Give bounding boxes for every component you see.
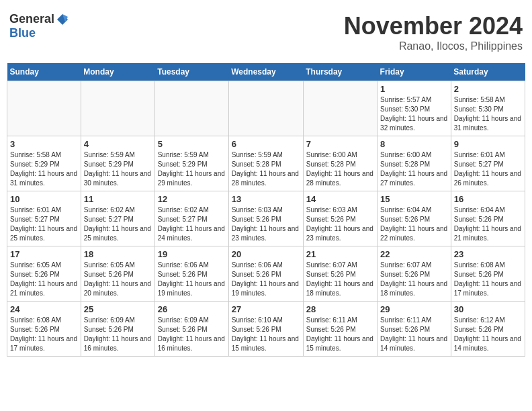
calendar-cell: 26Sunrise: 6:09 AM Sunset: 5:26 PM Dayli… — [154, 302, 228, 357]
day-info: Sunrise: 6:10 AM Sunset: 5:26 PM Dayligh… — [232, 316, 300, 353]
calendar-week-row: 10Sunrise: 6:01 AM Sunset: 5:27 PM Dayli… — [7, 191, 525, 246]
day-info: Sunrise: 6:01 AM Sunset: 5:27 PM Dayligh… — [454, 150, 522, 188]
day-number: 14 — [306, 194, 374, 204]
day-info: Sunrise: 5:59 AM Sunset: 5:29 PM Dayligh… — [158, 150, 226, 188]
calendar-cell — [81, 81, 154, 136]
day-info: Sunrise: 6:05 AM Sunset: 5:26 PM Dayligh… — [84, 261, 152, 298]
day-number: 29 — [380, 304, 448, 314]
day-info: Sunrise: 6:08 AM Sunset: 5:26 PM Dayligh… — [10, 316, 78, 353]
day-number: 3 — [10, 139, 78, 149]
day-number: 11 — [84, 194, 152, 204]
day-info: Sunrise: 6:02 AM Sunset: 5:27 PM Dayligh… — [84, 205, 152, 243]
day-number: 26 — [158, 304, 226, 314]
calendar-cell: 15Sunrise: 6:04 AM Sunset: 5:26 PM Dayli… — [378, 191, 451, 246]
day-number: 12 — [158, 194, 226, 204]
calendar-header-monday: Monday — [81, 63, 154, 81]
page-header: General Blue November 2024 Ranao, Ilocos… — [7, 7, 525, 58]
logo-general-text: General — [9, 12, 54, 26]
location-subtitle: Ranao, Ilocos, Philippines — [344, 40, 523, 52]
day-info: Sunrise: 6:02 AM Sunset: 5:27 PM Dayligh… — [158, 205, 226, 243]
day-number: 24 — [10, 304, 78, 314]
calendar-cell: 16Sunrise: 6:04 AM Sunset: 5:26 PM Dayli… — [451, 191, 525, 246]
day-info: Sunrise: 6:05 AM Sunset: 5:26 PM Dayligh… — [10, 261, 78, 298]
day-info: Sunrise: 6:03 AM Sunset: 5:26 PM Dayligh… — [306, 205, 374, 243]
day-info: Sunrise: 6:07 AM Sunset: 5:26 PM Dayligh… — [380, 261, 448, 298]
calendar-header-wednesday: Wednesday — [228, 63, 303, 81]
logo-blue-text: Blue — [9, 26, 36, 40]
calendar-cell: 3Sunrise: 5:58 AM Sunset: 5:29 PM Daylig… — [7, 136, 81, 191]
calendar-cell: 4Sunrise: 5:59 AM Sunset: 5:29 PM Daylig… — [81, 136, 154, 191]
day-info: Sunrise: 6:11 AM Sunset: 5:26 PM Dayligh… — [306, 316, 374, 353]
day-info: Sunrise: 6:07 AM Sunset: 5:26 PM Dayligh… — [306, 261, 374, 298]
calendar-cell: 12Sunrise: 6:02 AM Sunset: 5:27 PM Dayli… — [154, 191, 228, 246]
calendar-cell: 17Sunrise: 6:05 AM Sunset: 5:26 PM Dayli… — [7, 246, 81, 302]
day-number: 20 — [232, 249, 300, 259]
day-number: 15 — [380, 194, 448, 204]
day-number: 2 — [454, 84, 522, 94]
day-info: Sunrise: 6:06 AM Sunset: 5:26 PM Dayligh… — [158, 261, 226, 298]
calendar-cell: 20Sunrise: 6:06 AM Sunset: 5:26 PM Dayli… — [228, 246, 303, 302]
calendar-cell — [303, 81, 377, 136]
calendar-cell: 24Sunrise: 6:08 AM Sunset: 5:26 PM Dayli… — [7, 302, 81, 357]
calendar-week-row: 3Sunrise: 5:58 AM Sunset: 5:29 PM Daylig… — [7, 136, 525, 191]
calendar-header-row: SundayMondayTuesdayWednesdayThursdayFrid… — [7, 63, 525, 81]
day-number: 8 — [380, 139, 448, 149]
day-number: 9 — [454, 139, 522, 149]
day-info: Sunrise: 6:04 AM Sunset: 5:26 PM Dayligh… — [454, 205, 522, 243]
day-info: Sunrise: 6:08 AM Sunset: 5:26 PM Dayligh… — [454, 261, 522, 298]
day-number: 19 — [158, 249, 226, 259]
calendar-cell: 19Sunrise: 6:06 AM Sunset: 5:26 PM Dayli… — [154, 246, 228, 302]
calendar-cell: 8Sunrise: 6:00 AM Sunset: 5:28 PM Daylig… — [378, 136, 451, 191]
day-number: 10 — [10, 194, 78, 204]
calendar-header-friday: Friday — [378, 63, 451, 81]
calendar-cell — [228, 81, 303, 136]
title-section: November 2024 Ranao, Ilocos, Philippines — [344, 12, 523, 52]
day-number: 5 — [158, 139, 226, 149]
day-number: 25 — [84, 304, 152, 314]
day-info: Sunrise: 5:59 AM Sunset: 5:29 PM Dayligh… — [84, 150, 152, 188]
calendar-cell: 27Sunrise: 6:10 AM Sunset: 5:26 PM Dayli… — [228, 302, 303, 357]
day-info: Sunrise: 5:59 AM Sunset: 5:28 PM Dayligh… — [232, 150, 300, 188]
day-info: Sunrise: 6:11 AM Sunset: 5:26 PM Dayligh… — [380, 316, 448, 353]
calendar-cell: 5Sunrise: 5:59 AM Sunset: 5:29 PM Daylig… — [154, 136, 228, 191]
calendar-header-tuesday: Tuesday — [154, 63, 228, 81]
calendar-cell: 2Sunrise: 5:58 AM Sunset: 5:30 PM Daylig… — [451, 81, 525, 136]
calendar-cell: 21Sunrise: 6:07 AM Sunset: 5:26 PM Dayli… — [303, 246, 377, 302]
day-number: 17 — [10, 249, 78, 259]
calendar-table: SundayMondayTuesdayWednesdayThursdayFrid… — [7, 63, 525, 357]
calendar-cell: 14Sunrise: 6:03 AM Sunset: 5:26 PM Dayli… — [303, 191, 377, 246]
calendar-cell: 7Sunrise: 6:00 AM Sunset: 5:28 PM Daylig… — [303, 136, 377, 191]
day-info: Sunrise: 6:04 AM Sunset: 5:26 PM Dayligh… — [380, 205, 448, 243]
day-number: 7 — [306, 139, 374, 149]
logo-icon — [56, 13, 69, 26]
calendar-cell: 28Sunrise: 6:11 AM Sunset: 5:26 PM Dayli… — [303, 302, 377, 357]
day-number: 30 — [454, 304, 522, 314]
calendar-cell — [7, 81, 81, 136]
calendar-header-saturday: Saturday — [451, 63, 525, 81]
day-number: 21 — [306, 249, 374, 259]
day-info: Sunrise: 6:12 AM Sunset: 5:26 PM Dayligh… — [454, 316, 522, 353]
calendar-cell: 25Sunrise: 6:09 AM Sunset: 5:26 PM Dayli… — [81, 302, 154, 357]
calendar-week-row: 17Sunrise: 6:05 AM Sunset: 5:26 PM Dayli… — [7, 246, 525, 302]
day-info: Sunrise: 6:01 AM Sunset: 5:27 PM Dayligh… — [10, 205, 78, 243]
day-number: 4 — [84, 139, 152, 149]
day-number: 28 — [306, 304, 374, 314]
calendar-cell — [154, 81, 228, 136]
day-info: Sunrise: 6:09 AM Sunset: 5:26 PM Dayligh… — [84, 316, 152, 353]
calendar-cell: 18Sunrise: 6:05 AM Sunset: 5:26 PM Dayli… — [81, 246, 154, 302]
day-info: Sunrise: 5:58 AM Sunset: 5:29 PM Dayligh… — [10, 150, 78, 188]
calendar-cell: 29Sunrise: 6:11 AM Sunset: 5:26 PM Dayli… — [378, 302, 451, 357]
day-number: 23 — [454, 249, 522, 259]
calendar-cell: 1Sunrise: 5:57 AM Sunset: 5:30 PM Daylig… — [378, 81, 451, 136]
calendar-cell: 30Sunrise: 6:12 AM Sunset: 5:26 PM Dayli… — [451, 302, 525, 357]
calendar-cell: 6Sunrise: 5:59 AM Sunset: 5:28 PM Daylig… — [228, 136, 303, 191]
calendar-week-row: 24Sunrise: 6:08 AM Sunset: 5:26 PM Dayli… — [7, 302, 525, 357]
calendar-cell: 10Sunrise: 6:01 AM Sunset: 5:27 PM Dayli… — [7, 191, 81, 246]
day-info: Sunrise: 5:58 AM Sunset: 5:30 PM Dayligh… — [454, 95, 522, 133]
calendar-week-row: 1Sunrise: 5:57 AM Sunset: 5:30 PM Daylig… — [7, 81, 525, 136]
calendar-cell: 11Sunrise: 6:02 AM Sunset: 5:27 PM Dayli… — [81, 191, 154, 246]
day-number: 16 — [454, 194, 522, 204]
day-info: Sunrise: 6:03 AM Sunset: 5:26 PM Dayligh… — [232, 205, 300, 243]
day-info: Sunrise: 6:00 AM Sunset: 5:28 PM Dayligh… — [306, 150, 374, 188]
day-info: Sunrise: 6:09 AM Sunset: 5:26 PM Dayligh… — [158, 316, 226, 353]
